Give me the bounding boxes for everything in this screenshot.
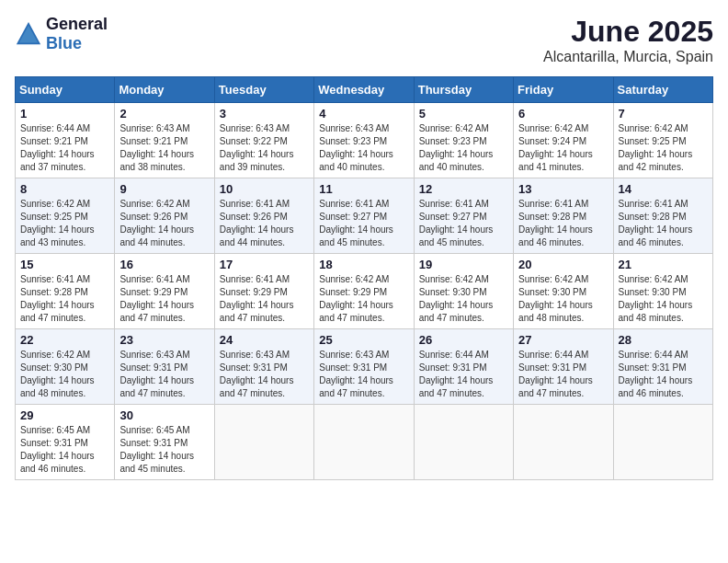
calendar-week-row: 8Sunrise: 6:42 AM Sunset: 9:25 PM Daylig… (16, 178, 713, 254)
day-number: 30 (119, 408, 209, 422)
day-info: Sunrise: 6:42 AM Sunset: 9:23 PM Dayligh… (419, 122, 508, 174)
day-number: 18 (319, 258, 408, 271)
calendar-cell: 24Sunrise: 6:43 AM Sunset: 9:31 PM Dayli… (214, 329, 313, 405)
day-number: 5 (419, 107, 508, 121)
day-number: 6 (518, 107, 608, 121)
calendar-week-row: 29Sunrise: 6:45 AM Sunset: 9:31 PM Dayli… (16, 405, 713, 480)
day-number: 12 (419, 182, 508, 196)
calendar-cell: 20Sunrise: 6:42 AM Sunset: 9:30 PM Dayli… (514, 254, 613, 329)
calendar-header-row: SundayMondayTuesdayWednesdayThursdayFrid… (16, 77, 713, 103)
day-number: 8 (20, 182, 109, 196)
day-number: 23 (119, 333, 209, 347)
day-header-thursday: Thursday (414, 77, 513, 103)
day-header-tuesday: Tuesday (214, 77, 313, 103)
day-number: 7 (619, 107, 708, 121)
calendar-cell: 2Sunrise: 6:43 AM Sunset: 9:21 PM Daylig… (115, 103, 214, 178)
calendar-cell: 22Sunrise: 6:42 AM Sunset: 9:30 PM Dayli… (16, 329, 115, 405)
day-header-wednesday: Wednesday (314, 77, 414, 103)
day-number: 28 (619, 333, 708, 347)
svg-marker-1 (19, 26, 39, 43)
calendar-cell: 7Sunrise: 6:42 AM Sunset: 9:25 PM Daylig… (613, 103, 712, 178)
calendar-cell: 14Sunrise: 6:41 AM Sunset: 9:28 PM Dayli… (613, 178, 712, 254)
calendar-cell: 5Sunrise: 6:42 AM Sunset: 9:23 PM Daylig… (414, 103, 513, 178)
day-number: 24 (220, 333, 309, 347)
day-number: 13 (518, 182, 608, 196)
title-area: June 2025 Alcantarilla, Murcia, Spain (543, 15, 713, 65)
calendar-cell: 17Sunrise: 6:41 AM Sunset: 9:29 PM Dayli… (214, 254, 313, 329)
day-number: 11 (319, 182, 408, 196)
day-info: Sunrise: 6:42 AM Sunset: 9:29 PM Dayligh… (319, 273, 408, 325)
day-info: Sunrise: 6:43 AM Sunset: 9:31 PM Dayligh… (319, 349, 408, 400)
calendar-cell: 30Sunrise: 6:45 AM Sunset: 9:31 PM Dayli… (115, 405, 214, 480)
calendar-cell: 12Sunrise: 6:41 AM Sunset: 9:27 PM Dayli… (414, 178, 513, 254)
calendar-cell: 3Sunrise: 6:43 AM Sunset: 9:22 PM Daylig… (214, 103, 313, 178)
day-number: 14 (619, 182, 708, 196)
day-number: 4 (319, 107, 408, 121)
day-number: 16 (119, 258, 209, 271)
day-info: Sunrise: 6:41 AM Sunset: 9:28 PM Dayligh… (20, 273, 109, 325)
day-number: 9 (119, 182, 209, 196)
calendar-cell: 21Sunrise: 6:42 AM Sunset: 9:30 PM Dayli… (613, 254, 712, 329)
calendar-week-row: 22Sunrise: 6:42 AM Sunset: 9:30 PM Dayli… (16, 329, 713, 405)
calendar-cell: 18Sunrise: 6:42 AM Sunset: 9:29 PM Dayli… (314, 254, 414, 329)
calendar-week-row: 15Sunrise: 6:41 AM Sunset: 9:28 PM Dayli… (16, 254, 713, 329)
day-number: 15 (20, 258, 109, 271)
calendar-cell (613, 405, 712, 480)
day-number: 1 (20, 107, 109, 121)
day-number: 22 (20, 333, 109, 347)
logo-icon (15, 20, 42, 48)
day-number: 3 (220, 107, 309, 121)
day-info: Sunrise: 6:42 AM Sunset: 9:30 PM Dayligh… (20, 349, 109, 400)
calendar-cell: 8Sunrise: 6:42 AM Sunset: 9:25 PM Daylig… (16, 178, 115, 254)
calendar-cell: 15Sunrise: 6:41 AM Sunset: 9:28 PM Dayli… (16, 254, 115, 329)
day-info: Sunrise: 6:43 AM Sunset: 9:23 PM Dayligh… (319, 122, 408, 174)
calendar-week-row: 1Sunrise: 6:44 AM Sunset: 9:21 PM Daylig… (16, 103, 713, 178)
day-info: Sunrise: 6:42 AM Sunset: 9:26 PM Dayligh… (119, 198, 209, 249)
day-info: Sunrise: 6:44 AM Sunset: 9:31 PM Dayligh… (619, 349, 708, 400)
calendar-cell: 27Sunrise: 6:44 AM Sunset: 9:31 PM Dayli… (514, 329, 613, 405)
day-header-saturday: Saturday (613, 77, 712, 103)
calendar-cell: 1Sunrise: 6:44 AM Sunset: 9:21 PM Daylig… (16, 103, 115, 178)
day-number: 10 (220, 182, 309, 196)
day-info: Sunrise: 6:42 AM Sunset: 9:25 PM Dayligh… (20, 198, 109, 249)
logo-general-text: General (46, 15, 108, 33)
day-info: Sunrise: 6:42 AM Sunset: 9:30 PM Dayligh… (419, 273, 508, 325)
day-info: Sunrise: 6:44 AM Sunset: 9:31 PM Dayligh… (419, 349, 508, 400)
day-info: Sunrise: 6:43 AM Sunset: 9:31 PM Dayligh… (220, 349, 309, 400)
calendar-cell: 16Sunrise: 6:41 AM Sunset: 9:29 PM Dayli… (115, 254, 214, 329)
calendar-cell: 6Sunrise: 6:42 AM Sunset: 9:24 PM Daylig… (514, 103, 613, 178)
day-info: Sunrise: 6:43 AM Sunset: 9:31 PM Dayligh… (119, 349, 209, 400)
day-number: 2 (119, 107, 209, 121)
day-info: Sunrise: 6:43 AM Sunset: 9:21 PM Dayligh… (119, 122, 209, 174)
day-info: Sunrise: 6:41 AM Sunset: 9:28 PM Dayligh… (619, 198, 708, 249)
day-info: Sunrise: 6:42 AM Sunset: 9:30 PM Dayligh… (619, 273, 708, 325)
calendar-cell: 4Sunrise: 6:43 AM Sunset: 9:23 PM Daylig… (314, 103, 414, 178)
day-info: Sunrise: 6:41 AM Sunset: 9:27 PM Dayligh… (319, 198, 408, 249)
month-title: June 2025 (543, 15, 713, 49)
calendar-cell (314, 405, 414, 480)
day-number: 27 (518, 333, 608, 347)
day-header-sunday: Sunday (16, 77, 115, 103)
day-header-monday: Monday (115, 77, 214, 103)
header: General Blue June 2025 Alcantarilla, Mur… (15, 15, 713, 65)
logo: General Blue (15, 15, 108, 53)
day-info: Sunrise: 6:41 AM Sunset: 9:27 PM Dayligh… (419, 198, 508, 249)
day-info: Sunrise: 6:45 AM Sunset: 9:31 PM Dayligh… (119, 424, 209, 476)
calendar-cell (414, 405, 513, 480)
day-info: Sunrise: 6:41 AM Sunset: 9:28 PM Dayligh… (518, 198, 608, 249)
calendar-cell (514, 405, 613, 480)
calendar-cell: 19Sunrise: 6:42 AM Sunset: 9:30 PM Dayli… (414, 254, 513, 329)
logo-blue-text: Blue (46, 34, 82, 52)
day-info: Sunrise: 6:42 AM Sunset: 9:24 PM Dayligh… (518, 122, 608, 174)
day-info: Sunrise: 6:44 AM Sunset: 9:21 PM Dayligh… (20, 122, 109, 174)
day-info: Sunrise: 6:41 AM Sunset: 9:29 PM Dayligh… (220, 273, 309, 325)
day-info: Sunrise: 6:41 AM Sunset: 9:26 PM Dayligh… (220, 198, 309, 249)
location-title: Alcantarilla, Murcia, Spain (543, 49, 713, 65)
day-info: Sunrise: 6:42 AM Sunset: 9:25 PM Dayligh… (619, 122, 708, 174)
calendar-cell: 13Sunrise: 6:41 AM Sunset: 9:28 PM Dayli… (514, 178, 613, 254)
day-info: Sunrise: 6:41 AM Sunset: 9:29 PM Dayligh… (119, 273, 209, 325)
day-number: 19 (419, 258, 508, 271)
calendar-cell: 29Sunrise: 6:45 AM Sunset: 9:31 PM Dayli… (16, 405, 115, 480)
day-info: Sunrise: 6:45 AM Sunset: 9:31 PM Dayligh… (20, 424, 109, 476)
calendar-cell: 9Sunrise: 6:42 AM Sunset: 9:26 PM Daylig… (115, 178, 214, 254)
